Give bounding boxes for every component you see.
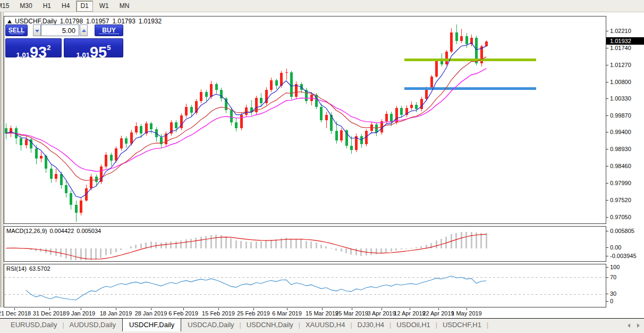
trading-terminal-window: M15M30H1H4D1W1MN USDCHF,Daily1.017981.01… xyxy=(0,0,644,333)
date-axis-label: 25 Mar 2019 xyxy=(335,310,368,317)
chart-symbol-label: USDCHF,Daily xyxy=(15,18,57,25)
date-axis-label: 1 May 2019 xyxy=(451,310,481,317)
price-axis-label: 0.99870 xyxy=(610,112,631,119)
rsi-value: 63.5702 xyxy=(29,265,50,272)
price-axis-tick xyxy=(606,217,608,218)
timeframe-button-h4[interactable]: H4 xyxy=(57,1,74,12)
buy-price-big-digits: 95 xyxy=(90,44,107,61)
price-axis-label: 0.97050 xyxy=(610,214,631,220)
rsi-chart[interactable] xyxy=(4,264,605,306)
price-axis-label: 1.02210 xyxy=(610,28,631,34)
collapse-arrow-icon[interactable] xyxy=(7,20,12,23)
price-axis-tick xyxy=(606,166,608,166)
chart-tab-usdchf-h1[interactable]: USDCHF,H1 xyxy=(436,319,488,331)
date-axis-label: 21 Dec 2018 xyxy=(0,310,31,317)
macd-axis-label: -0.003945 xyxy=(610,253,637,259)
chart-title: USDCHF,Daily1.017981.019571.017931.01932 xyxy=(7,18,165,25)
rsi-axis-label: 30 xyxy=(610,290,616,297)
ohlc-high: 1.01957 xyxy=(86,18,109,25)
macd-axis-label: 0.00 xyxy=(610,244,621,251)
buy-button-label: BUY xyxy=(102,27,115,34)
volume-increase-button[interactable] xyxy=(80,24,88,36)
date-axis-label: 22 Apr 2019 xyxy=(422,310,454,317)
chart-tab-usdchf-daily[interactable]: USDCHF,Daily xyxy=(122,318,181,331)
buy-button[interactable]: BUY xyxy=(95,24,123,36)
tab-scroll-left-icon[interactable] xyxy=(628,323,630,328)
sell-button-label: SELL xyxy=(9,27,25,34)
date-axis-label: 18 Jan 2019 xyxy=(100,310,132,317)
macd-axis-tick xyxy=(606,256,608,256)
timeframe-button-mn[interactable]: MN xyxy=(115,1,134,12)
current-price-tag: 1.01932 xyxy=(606,37,644,45)
sell-button-underline xyxy=(10,34,23,34)
timeframe-button-m30[interactable]: M30 xyxy=(15,1,36,12)
date-axis-label: 15 Mar 2019 xyxy=(306,310,338,317)
timeframe-button-d1[interactable]: D1 xyxy=(76,1,92,12)
macd-axis-label: 0.005805 xyxy=(610,228,634,234)
buy-price-prefix: 1.01 xyxy=(77,51,90,59)
price-axis-label: 0.99400 xyxy=(610,129,631,135)
chart-tab-dj30-h4[interactable]: DJ30,H4 xyxy=(351,319,391,331)
rsi-axis-label: 70 xyxy=(610,274,616,280)
chart-tab-usdcnh-daily[interactable]: USDCNH,Daily xyxy=(240,319,300,331)
ohlc-open: 1.01798 xyxy=(60,18,83,25)
buy-price-panel[interactable]: 1.01955 xyxy=(64,38,123,57)
rsi-axis-tick xyxy=(606,294,608,294)
chart-tab-xauusd-h4[interactable]: XAUUSD,H4 xyxy=(299,319,351,331)
chart-tab-bar: EURUSD,Daily|AUDUSD,DailyUSDCHF,DailyUSD… xyxy=(0,318,644,333)
sell-price-pipette: 2 xyxy=(47,44,50,52)
arrow-down-icon xyxy=(35,30,39,32)
chart-tab-eurusd-daily[interactable]: EURUSD,Daily xyxy=(4,319,63,331)
volume-input[interactable] xyxy=(41,24,79,36)
date-axis-label: 9 Jan 2019 xyxy=(66,310,95,317)
arrow-up-icon xyxy=(82,29,86,32)
date-axis-label: 12 Apr 2019 xyxy=(394,310,425,317)
buy-button-underline xyxy=(99,34,119,34)
price-axis-label: 0.97990 xyxy=(610,180,631,186)
date-axis-label: 15 Feb 2019 xyxy=(202,310,235,317)
price-axis-tick xyxy=(606,98,608,99)
chart-tab-usdoil-h1[interactable]: USDOil,H1 xyxy=(390,319,437,331)
rsi-axis-tick xyxy=(606,301,608,302)
chart-tab-audusd-daily[interactable]: AUDUSD,Daily xyxy=(63,319,122,331)
macd-label: MACD(12,26,9)0.0044220.005034 xyxy=(6,228,104,234)
price-axis-tick xyxy=(606,115,608,116)
rsi-axis-tick xyxy=(606,267,608,268)
rsi-label: RSI(14)63.5702 xyxy=(6,265,53,272)
ohlc-low: 1.01793 xyxy=(112,18,135,25)
sell-price-prefix: 1.01 xyxy=(16,51,30,59)
date-axis[interactable]: 21 Dec 201831 Dec 20189 Jan 201918 Jan 2… xyxy=(0,307,644,318)
timeframe-button-m15[interactable]: M15 xyxy=(0,1,13,12)
macd-axis-tick xyxy=(606,231,608,231)
price-axis-tick xyxy=(606,200,608,201)
ohlc-close: 1.01932 xyxy=(139,18,162,25)
price-axis-label: 1.01740 xyxy=(610,45,631,51)
price-axis-label: 1.00330 xyxy=(610,95,631,102)
price-axis-label: 0.98930 xyxy=(610,146,631,152)
chart-tab-usdcad-daily[interactable]: USDCAD,Daily xyxy=(181,319,240,331)
price-axis-tick xyxy=(606,149,608,149)
macd-main-value: 0.004422 xyxy=(49,228,74,234)
sell-button[interactable]: SELL xyxy=(5,24,28,36)
buy-price-pipette: 5 xyxy=(107,44,111,52)
sell-price-panel[interactable]: 1.01932 xyxy=(5,38,62,57)
volume-decrease-button[interactable] xyxy=(33,24,41,36)
price-axis-tick xyxy=(606,31,608,31)
price-axis-tick xyxy=(606,132,608,132)
price-axis-label: 0.98460 xyxy=(610,163,631,169)
rsi-indicator-panel[interactable] xyxy=(4,264,606,307)
price-axis-tick xyxy=(606,48,608,48)
price-axis-tick xyxy=(606,82,608,82)
rsi-axis-label: 0 xyxy=(610,298,613,304)
timeframe-button-h1[interactable]: H1 xyxy=(39,1,55,12)
timeframe-toolbar: M15M30H1H4D1W1MN xyxy=(0,0,644,12)
tab-scroll-right-icon[interactable] xyxy=(637,323,640,328)
window-left-border xyxy=(0,12,4,333)
date-axis-label: 31 Dec 2018 xyxy=(33,310,66,317)
timeframe-button-w1[interactable]: W1 xyxy=(95,1,113,12)
price-axis-label: 0.97520 xyxy=(610,197,631,203)
date-axis-label: 6 Feb 2019 xyxy=(168,310,198,317)
macd-signal-value: 0.005034 xyxy=(77,228,101,234)
rsi-name: RSI(14) xyxy=(6,265,27,272)
date-axis-label: 3 Apr 2019 xyxy=(367,310,395,317)
